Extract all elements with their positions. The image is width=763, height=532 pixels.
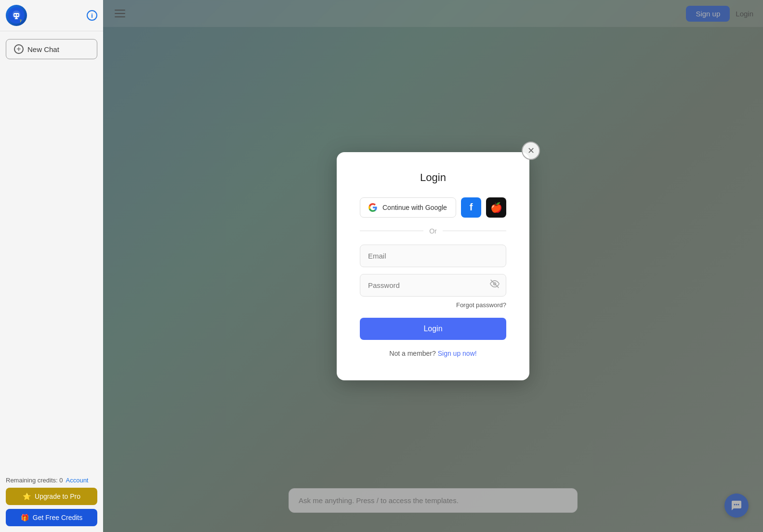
credits-label: Remaining credits: 0 [6, 477, 63, 484]
password-wrapper [360, 274, 506, 297]
google-login-button[interactable]: Continue with Google [360, 197, 456, 218]
gift-icon: 🎁 [21, 514, 29, 521]
login-modal: ✕ Login Continue with Google [337, 152, 529, 380]
signup-row: Not a member? Sign up now! [360, 350, 506, 357]
info-icon[interactable]: i [87, 10, 97, 21]
password-input[interactable] [360, 274, 506, 297]
google-icon [368, 203, 378, 212]
login-submit-button[interactable]: Login [360, 318, 506, 340]
sidebar-header: 7 i [0, 0, 103, 31]
sidebar-bottom: Remaining credits: 0 Account ⭐ Upgrade t… [0, 471, 103, 532]
divider-right [443, 231, 506, 231]
account-link[interactable]: Account [66, 477, 89, 484]
svg-line-12 [491, 280, 499, 288]
upgrade-button[interactable]: ⭐ Upgrade to Pro [6, 488, 97, 505]
svg-text:7: 7 [20, 19, 22, 23]
free-credits-button[interactable]: 🎁 Get Free Credits [6, 509, 97, 526]
free-credits-label: Get Free Credits [33, 514, 82, 521]
new-chat-label: New Chat [27, 45, 59, 53]
divider-row: Or [360, 227, 506, 235]
apple-login-button[interactable]: 🍎 [486, 197, 506, 218]
app-logo: 7 [6, 5, 27, 26]
plus-icon: + [14, 44, 24, 54]
svg-rect-6 [15, 18, 18, 19]
signup-now-link[interactable]: Sign up now! [438, 350, 477, 357]
apple-icon: 🍎 [490, 202, 502, 213]
new-chat-button[interactable]: + New Chat [6, 39, 97, 59]
sidebar: 7 i + New Chat Remaining credits: 0 Acco… [0, 0, 103, 532]
credits-row: Remaining credits: 0 Account [6, 477, 97, 484]
modal-overlay: ✕ Login Continue with Google [103, 0, 763, 532]
forgot-password-row: Forgot password? [360, 300, 506, 309]
close-icon: ✕ [527, 145, 535, 156]
main-area: Sign up Login ✕ Login [103, 0, 763, 532]
upgrade-label: Upgrade to Pro [35, 493, 80, 500]
divider-text: Or [429, 227, 437, 235]
social-login-row: Continue with Google f 🍎 [360, 197, 506, 218]
facebook-login-button[interactable]: f [461, 197, 481, 218]
not-member-text: Not a member? [389, 350, 435, 357]
google-btn-label: Continue with Google [382, 204, 447, 211]
forgot-password-link[interactable]: Forgot password? [456, 301, 506, 309]
toggle-password-icon[interactable] [490, 279, 500, 291]
email-input[interactable] [360, 245, 506, 267]
svg-point-3 [14, 14, 16, 15]
star-icon: ⭐ [23, 493, 31, 500]
divider-left [360, 231, 423, 231]
modal-close-button[interactable]: ✕ [522, 142, 540, 160]
modal-title: Login [360, 171, 506, 184]
facebook-icon: f [470, 202, 473, 213]
svg-point-4 [17, 14, 18, 15]
